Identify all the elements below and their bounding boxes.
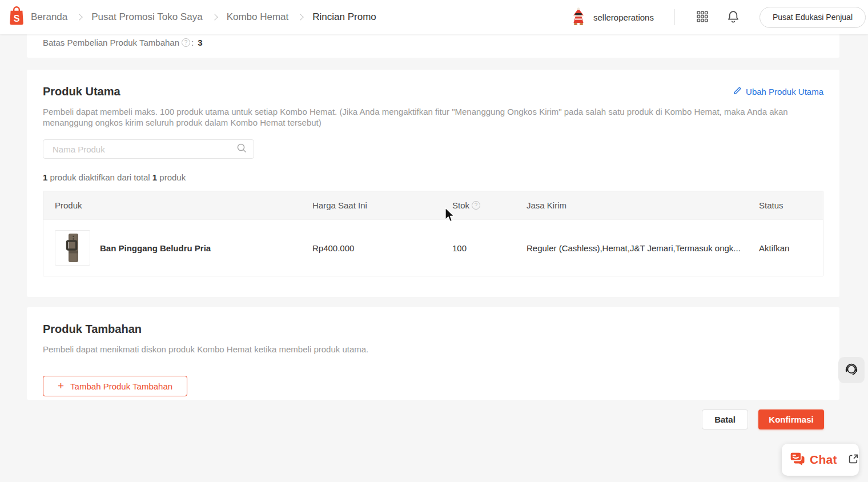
table-header-row: Produk Harga Saat Ini Stok ? Jasa Kirim … — [43, 191, 823, 219]
product-thumbnail — [55, 230, 90, 266]
expand-chat-button[interactable] — [848, 453, 859, 467]
topbar-right-group: selleroperations Pusat Edukasi Penjual — [568, 7, 868, 28]
help-icon[interactable]: ? — [182, 38, 190, 47]
table-row: Ban Pinggang Beludru Pria Rp400.000 100 … — [43, 219, 823, 276]
additional-product-limit-row: Batas Pembelian Produk Tambahan ? : 3 — [43, 35, 823, 49]
product-price: Rp400.000 — [312, 243, 442, 253]
limit-separator: : — [191, 38, 194, 47]
breadcrumb-item-rincian-promo: Rincian Promo — [312, 11, 376, 23]
limit-card: Batas Pembelian Produk Tambahan ? : 3 — [27, 34, 839, 58]
column-header-stok: Stok ? — [442, 200, 515, 210]
product-search-box — [43, 139, 254, 159]
product-name: Ban Pinggang Beludru Pria — [100, 243, 211, 253]
product-stock: 100 — [442, 243, 515, 253]
chat-label: Chat — [810, 453, 837, 467]
edit-link-label: Ubah Produk Utama — [746, 87, 823, 97]
limit-label: Batas Pembelian Produk Tambahan — [43, 38, 179, 47]
user-avatar[interactable] — [568, 7, 589, 27]
cancel-button[interactable]: Batal — [702, 409, 748, 429]
active-count: 1 — [43, 172, 47, 182]
help-icon[interactable]: ? — [472, 201, 480, 210]
search-icon[interactable] — [236, 143, 247, 155]
vertical-divider — [674, 9, 675, 25]
column-header-jasa-kirim: Jasa Kirim — [515, 200, 753, 210]
breadcrumb-item-beranda[interactable]: Beranda — [31, 11, 67, 23]
produk-utama-card: Produk Utama Ubah Produk Utama Pembeli d… — [27, 70, 839, 297]
headset-icon — [844, 362, 859, 379]
limit-value: 3 — [198, 38, 202, 47]
bell-icon — [726, 10, 740, 25]
product-count-summary: 1 produk diaktifkan dari total 1 produk — [43, 172, 823, 183]
column-header-produk: Produk — [43, 200, 312, 210]
confirm-button[interactable]: Konfirmasi — [758, 409, 824, 429]
plus-icon: + — [58, 380, 64, 391]
notifications-button[interactable] — [726, 10, 740, 25]
apps-grid-button[interactable] — [697, 11, 708, 24]
education-center-button[interactable]: Pusat Edukasi Penjual — [760, 7, 866, 28]
svg-text:S: S — [14, 14, 20, 23]
support-fab-button[interactable] — [838, 357, 865, 383]
total-count: 1 — [152, 172, 157, 182]
column-header-status: Status — [753, 200, 823, 210]
breadcrumb-item-pusat-promosi[interactable]: Pusat Promosi Toko Saya — [91, 11, 202, 23]
edit-main-product-link[interactable]: Ubah Produk Utama — [733, 86, 823, 97]
produk-utama-title: Produk Utama — [43, 85, 120, 98]
chat-widget[interactable]: Chat — [782, 444, 859, 476]
main-product-table: Produk Harga Saat Ini Stok ? Jasa Kirim … — [43, 191, 823, 276]
produk-tambahan-description: Pembeli dapat menikmati diskon produk Ko… — [43, 344, 823, 355]
product-search-input[interactable] — [51, 144, 236, 155]
top-navigation-bar: S Beranda Pusat Promosi Toko Saya Kombo … — [0, 0, 868, 34]
produk-tambahan-card: Produk Tambahan Pembeli dapat menikmati … — [27, 307, 839, 400]
shopee-logo-icon[interactable]: S — [8, 6, 25, 29]
produk-utama-description: Pembeli dapat membeli maks. 100 produk u… — [43, 106, 823, 128]
breadcrumb: Beranda Pusat Promosi Toko Saya Kombo He… — [31, 11, 376, 23]
chevron-right-icon — [211, 14, 218, 20]
product-shipping: Reguler (Cashless),Hemat,J&T Jemari,Term… — [515, 243, 753, 253]
column-header-harga: Harga Saat Ini — [312, 200, 442, 210]
produk-tambahan-title: Produk Tambahan — [43, 323, 142, 336]
pencil-icon — [733, 86, 742, 97]
chevron-right-icon — [298, 14, 304, 20]
grid-icon — [697, 11, 708, 24]
add-additional-product-button[interactable]: + Tambah Produk Tambahan — [43, 376, 187, 396]
chat-bubble-icon — [790, 452, 805, 468]
chevron-right-icon — [77, 14, 83, 20]
breadcrumb-item-kombo-hemat[interactable]: Kombo Hemat — [227, 11, 289, 23]
username-label[interactable]: selleroperations — [593, 13, 654, 22]
product-status: Aktifkan — [753, 243, 823, 253]
